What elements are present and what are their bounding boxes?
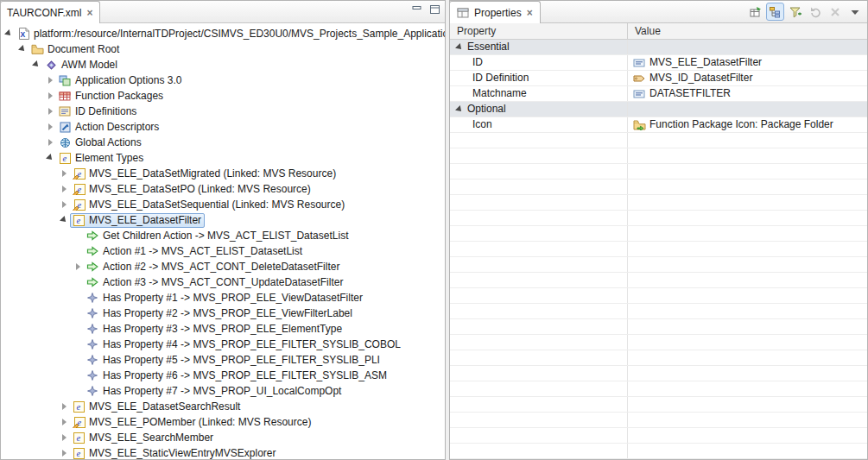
tree-item[interactable]: eMVS_ELE_DataSetSequential (Linked: MVS … bbox=[1, 197, 445, 212]
tree-selection[interactable]: eMVS_ELE_DatasetFilter bbox=[70, 213, 205, 228]
tree-item-content[interactable]: Action #2 -> MVS_ACT_CONT_DeleteDatasetF… bbox=[84, 260, 343, 274]
has-property-icon bbox=[86, 324, 99, 334]
property-row[interactable]: MatchnameDATASETFILTER bbox=[450, 86, 867, 102]
expand-arrow-icon[interactable] bbox=[58, 450, 70, 457]
expand-arrow-icon[interactable] bbox=[58, 419, 70, 425]
pin-to-selection-icon[interactable] bbox=[746, 3, 764, 21]
tree-item[interactable]: Function Packages bbox=[1, 88, 445, 104]
tree-item[interactable]: Document Root bbox=[1, 41, 445, 57]
tree-item[interactable]: Application Options 3.0 bbox=[1, 72, 445, 88]
tree-item-content[interactable]: eMVS_ELE_POMember (Linked: MVS Resource) bbox=[70, 415, 314, 430]
show-advanced-properties-icon[interactable] bbox=[786, 3, 804, 21]
category-row[interactable]: Optional bbox=[450, 102, 867, 117]
tree-item[interactable]: Has Property #1 -> MVS_PROP_ELE_ViewData… bbox=[1, 290, 445, 306]
close-icon[interactable]: × bbox=[86, 7, 93, 19]
tree-item-content[interactable]: eMVS_ELE_SearchMember bbox=[70, 431, 217, 445]
expand-arrow-icon[interactable] bbox=[44, 139, 56, 146]
tree-item[interactable]: eMVS_ELE_DatasetSearchResult bbox=[1, 399, 445, 414]
tree-item[interactable]: Action #2 -> MVS_ACT_CONT_DeleteDatasetF… bbox=[1, 259, 445, 274]
tree-item[interactable]: Has Property #2 -> MVS_PROP_ELE_ViewFilt… bbox=[1, 306, 445, 321]
remove-property-icon[interactable] bbox=[826, 3, 844, 21]
restore-default-value-icon[interactable] bbox=[806, 3, 824, 21]
tree-item[interactable]: AWM Model bbox=[1, 57, 445, 72]
tree-item-content[interactable]: Action #1 -> MVS_ACT_ELIST_DatasetList bbox=[84, 244, 306, 259]
property-row[interactable]: IconFunction Package Icon: Package Folde… bbox=[450, 117, 867, 133]
minimize-icon[interactable] bbox=[412, 5, 421, 14]
expand-arrow-icon[interactable] bbox=[58, 403, 70, 410]
tree-item-content[interactable]: Application Options 3.0 bbox=[56, 73, 185, 88]
collapse-arrow-icon[interactable] bbox=[16, 47, 29, 52]
category-row[interactable]: Essential bbox=[450, 40, 867, 55]
tree-item-label: Has Property #2 -> MVS_PROP_ELE_ViewFilt… bbox=[103, 307, 352, 319]
tree-item-content[interactable]: eMVS_ELE_DataSetSequential (Linked: MVS … bbox=[70, 198, 348, 212]
tree-item[interactable]: Action Descriptors bbox=[1, 119, 445, 135]
tree-item[interactable]: Has Property #4 -> MVS_PROP_ELE_FILTER_S… bbox=[1, 337, 445, 352]
tree-item-content[interactable]: eElement Types bbox=[56, 151, 147, 166]
tree-item[interactable]: eMVS_ELE_DataSetPO (Linked: MVS Resource… bbox=[1, 181, 445, 197]
expand-arrow-icon[interactable] bbox=[44, 92, 56, 99]
tree-item-content[interactable]: Has Property #2 -> MVS_PROP_ELE_ViewFilt… bbox=[84, 306, 356, 321]
tree-item-content[interactable]: eMVS_ELE_DataSetMigrated (Linked: MVS Re… bbox=[70, 167, 339, 181]
column-header-value[interactable]: Value bbox=[628, 23, 867, 39]
tree-item-content[interactable]: Xplatform:/resource/InternalTDProject/CS… bbox=[15, 27, 445, 41]
tree-item-content[interactable]: Function Packages bbox=[56, 89, 167, 104]
expand-arrow-icon[interactable] bbox=[44, 108, 56, 115]
property-row[interactable]: IDMVS_ELE_DatasetFilter bbox=[450, 55, 867, 71]
collapse-arrow-icon[interactable] bbox=[30, 62, 42, 67]
collapse-arrow-icon[interactable] bbox=[453, 45, 466, 50]
property-value-cell bbox=[628, 288, 867, 303]
tree-item[interactable]: Xplatform:/resource/InternalTDProject/CS… bbox=[1, 26, 445, 41]
tree-item-content[interactable]: Action Descriptors bbox=[56, 120, 162, 135]
expand-arrow-icon[interactable] bbox=[44, 123, 56, 130]
tree-item[interactable]: eMVS_ELE_SearchMember bbox=[1, 430, 445, 445]
tree-item[interactable]: Action #1 -> MVS_ACT_ELIST_DatasetList bbox=[1, 243, 445, 259]
tree-item-content[interactable]: eMVS_ELE_StaticViewEntryMVSExplorer bbox=[70, 446, 280, 460]
tree-item[interactable]: Has Property #5 -> MVS_PROP_ELE_FILTER_S… bbox=[1, 352, 445, 368]
expand-arrow-icon[interactable] bbox=[44, 77, 56, 84]
tree-item-content[interactable]: AWM Model bbox=[42, 58, 121, 72]
tree-item-content[interactable]: ID Definitions bbox=[56, 104, 140, 119]
show-categories-icon[interactable] bbox=[766, 3, 784, 21]
tree-item[interactable]: eMVS_ELE_StaticViewEntryMVSExplorer bbox=[1, 445, 445, 459]
collapse-arrow-icon[interactable] bbox=[3, 31, 15, 36]
collapse-arrow-icon[interactable] bbox=[453, 107, 466, 112]
tree-item[interactable]: Has Property #6 -> MVS_PROP_ELE_FILTER_S… bbox=[1, 368, 445, 383]
tree-item[interactable]: Global Actions bbox=[1, 135, 445, 150]
view-menu-icon[interactable] bbox=[846, 3, 864, 21]
collapse-arrow-icon[interactable] bbox=[58, 217, 70, 223]
tree-item-content[interactable]: Has Property #7 -> MVS_PROP_UI_LocalComp… bbox=[84, 384, 345, 399]
tab-properties[interactable]: Properties × bbox=[449, 1, 541, 23]
tree-item[interactable]: ID Definitions bbox=[1, 104, 445, 119]
expand-arrow-icon[interactable] bbox=[58, 201, 70, 208]
close-icon[interactable]: × bbox=[526, 7, 534, 19]
tree-item-content[interactable]: Get Children Action -> MVS_ACT_ELIST_Dat… bbox=[84, 229, 352, 243]
tree-item-content[interactable]: Has Property #5 -> MVS_PROP_ELE_FILTER_S… bbox=[84, 353, 383, 368]
tree-item[interactable]: Has Property #3 -> MVS_PROP_ELE_ElementT… bbox=[1, 321, 445, 337]
tree-item-content[interactable]: Has Property #4 -> MVS_PROP_ELE_FILTER_S… bbox=[84, 337, 404, 352]
tree-item-content[interactable]: Global Actions bbox=[56, 135, 145, 150]
tree-item[interactable]: eMVS_ELE_POMember (Linked: MVS Resource) bbox=[1, 414, 445, 430]
tree-item[interactable]: Has Property #7 -> MVS_PROP_UI_LocalComp… bbox=[1, 383, 445, 399]
expand-arrow-icon[interactable] bbox=[58, 186, 70, 192]
tree-item[interactable]: eMVS_ELE_DatasetFilter bbox=[1, 212, 445, 228]
tree-item-content[interactable]: Has Property #6 -> MVS_PROP_ELE_FILTER_S… bbox=[84, 369, 390, 383]
expand-arrow-icon[interactable] bbox=[58, 434, 70, 441]
tree-item-content[interactable]: Has Property #3 -> MVS_PROP_ELE_ElementT… bbox=[84, 322, 345, 337]
maximize-icon[interactable] bbox=[430, 5, 440, 14]
expand-arrow-icon[interactable] bbox=[72, 263, 84, 270]
expand-arrow-icon[interactable] bbox=[58, 170, 70, 177]
tab-taurconf-xml[interactable]: TAURCONF.xml × bbox=[0, 1, 100, 23]
tree-item-content[interactable]: eMVS_ELE_DataSetPO (Linked: MVS Resource… bbox=[70, 182, 314, 197]
tree-item[interactable]: Get Children Action -> MVS_ACT_ELIST_Dat… bbox=[1, 228, 445, 243]
property-row[interactable]: ID DefinitionMVS_ID_DatasetFilter bbox=[450, 71, 867, 86]
tree-item-content[interactable]: eMVS_ELE_DatasetSearchResult bbox=[70, 400, 244, 414]
tree-item-content[interactable]: Action #3 -> MVS_ACT_CONT_UpdateDatasetF… bbox=[84, 275, 346, 290]
tree-item[interactable]: eElement Types bbox=[1, 150, 445, 166]
tree-item-content[interactable]: Has Property #1 -> MVS_PROP_ELE_ViewData… bbox=[84, 291, 366, 306]
collapse-arrow-icon[interactable] bbox=[44, 155, 56, 161]
column-header-property[interactable]: Property bbox=[450, 23, 628, 39]
tree-item-content[interactable]: Document Root bbox=[29, 42, 123, 57]
tree-item[interactable]: eMVS_ELE_DataSetMigrated (Linked: MVS Re… bbox=[1, 166, 445, 181]
tree-item[interactable]: Action #3 -> MVS_ACT_CONT_UpdateDatasetF… bbox=[1, 274, 445, 290]
tree-item-label: Global Actions bbox=[75, 136, 142, 148]
